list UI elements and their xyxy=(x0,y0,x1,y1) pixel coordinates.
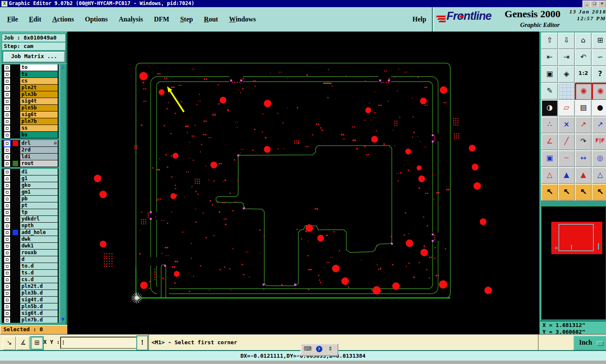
layer-name[interactable]: pln2t xyxy=(20,85,58,91)
layer-name[interactable]: cs.d xyxy=(20,276,58,283)
layer-checkbox-drl[interactable] xyxy=(4,141,10,146)
layer-display-2-button[interactable]: ◉ xyxy=(592,83,606,101)
layer-name[interactable]: bs xyxy=(20,132,58,138)
layer-row-pln7b[interactable]: pln7b xyxy=(2,118,58,125)
zoom-fit-button[interactable]: ▣ xyxy=(541,66,558,83)
rotate-tool-button[interactable]: ↷ xyxy=(575,133,592,150)
layer-row-pln2t.d[interactable]: pln2t.d xyxy=(2,283,58,290)
layer-row-tp[interactable]: tp xyxy=(2,209,58,216)
layer-name[interactable]: d1 xyxy=(20,169,58,175)
layer-row-sig4t[interactable]: sig4t xyxy=(2,98,58,105)
menu-item-help[interactable]: Help xyxy=(412,15,426,24)
help-tool-button[interactable]: ? xyxy=(592,66,606,83)
layer-row-g1[interactable]: g1 xyxy=(2,175,58,182)
layer-row-npth[interactable]: npth xyxy=(2,223,58,229)
pan-left-button[interactable]: ⇤ xyxy=(541,49,558,66)
scroll-down-icon[interactable]: ▼ xyxy=(61,317,65,322)
layer-row-pln3b[interactable]: pln3b xyxy=(2,91,58,98)
select-net-button[interactable]: ↖ xyxy=(592,184,606,201)
layer-checkbox-tp[interactable] xyxy=(4,210,10,215)
grid-snap-tool[interactable]: ⊞ xyxy=(30,336,44,350)
layer-row-pln2t[interactable]: pln2t xyxy=(2,85,58,91)
menu-item-rout[interactable]: Rout xyxy=(204,15,218,24)
layer-name[interactable]: rouxb xyxy=(20,250,58,256)
grid-toggle-button[interactable] xyxy=(558,83,575,100)
layer-checkbox-d[interactable] xyxy=(4,257,10,263)
layer-name[interactable]: pln5b.d xyxy=(20,303,58,310)
layer-list-scrollbar[interactable]: △ ▼ xyxy=(59,64,66,323)
layer-row-ldi[interactable]: ldi xyxy=(2,154,58,160)
layer-checkbox-d1[interactable] xyxy=(4,169,10,175)
layer-row-dwk1[interactable]: dwk1 xyxy=(2,243,58,250)
layer-name[interactable]: ts.d xyxy=(20,270,58,276)
layer-row-pln3b.d[interactable]: pln3b.d xyxy=(2,290,58,297)
surface-merge-button[interactable]: ◎ xyxy=(592,150,606,167)
layer-name[interactable]: dwk xyxy=(20,236,58,242)
layer-row-rouxb[interactable]: rouxb xyxy=(2,250,58,256)
layer-name[interactable]: tp xyxy=(20,209,58,215)
layer-name[interactable]: sig4t xyxy=(20,98,58,104)
menu-item-options[interactable]: Options xyxy=(85,15,108,24)
layer-name[interactable]: sig4t.d xyxy=(20,297,58,303)
layer-name[interactable]: sig6t.d xyxy=(20,310,58,316)
layer-name[interactable]: to xyxy=(20,64,58,71)
dimension-tool-button[interactable]: ↔ xyxy=(575,150,592,167)
layer-row-d[interactable]: d xyxy=(2,256,58,263)
scroll-up-icon[interactable]: △ xyxy=(61,64,65,69)
layer-checkbox-ts[interactable] xyxy=(4,72,10,77)
spinner-icon[interactable]: ⇕ xyxy=(325,345,335,353)
layer-checkbox-dwk[interactable] xyxy=(4,236,10,242)
layer-checkbox-ss[interactable] xyxy=(4,125,10,131)
delete-tool-button[interactable]: × xyxy=(558,117,575,133)
execute-button[interactable]: ! xyxy=(136,335,148,351)
overview-panel[interactable]: ✕ xyxy=(541,206,606,320)
mirror-tool-button[interactable]: F|F xyxy=(592,133,606,150)
layer-name[interactable]: g1 xyxy=(20,175,58,182)
line-draw-button[interactable]: ╱ xyxy=(558,133,575,150)
layer-checkbox-pln5b[interactable] xyxy=(4,105,10,111)
layer-checkbox-2rd[interactable] xyxy=(4,147,10,153)
layer-checkbox-sig4t[interactable] xyxy=(4,98,10,104)
reshape-clip-button[interactable]: ▲ xyxy=(575,167,592,184)
layer-name[interactable]: npth xyxy=(20,223,58,229)
setup-tools-button[interactable]: ✎ xyxy=(541,83,558,100)
profile-edit-button[interactable]: ▱ xyxy=(558,100,575,117)
layer-checkbox-rout[interactable] xyxy=(4,161,10,167)
menu-item-actions[interactable]: Actions xyxy=(52,15,74,24)
layer-checkbox-bs[interactable] xyxy=(4,132,10,138)
layer-name[interactable]: ydkdrl xyxy=(20,216,58,222)
window-xy-button[interactable]: ⊞ xyxy=(592,32,606,49)
layer-name[interactable]: ss xyxy=(20,125,58,131)
layer-checkbox-to.d[interactable] xyxy=(4,263,10,269)
layer-checkbox-ts.d[interactable] xyxy=(4,270,10,276)
job-matrix-button[interactable]: Job Matrix ... xyxy=(3,52,65,62)
layer-checkbox-cs.d[interactable] xyxy=(4,277,10,283)
home-view-button[interactable]: ⌂ xyxy=(575,32,592,49)
layer-row-sig6t.d[interactable]: sig6t.d xyxy=(2,310,58,317)
layer-name[interactable]: pln7b xyxy=(20,118,58,125)
layer-checkbox-gko[interactable] xyxy=(4,183,10,189)
layer-row-to.d[interactable]: to.d xyxy=(2,263,58,270)
layer-row-rout[interactable]: rout xyxy=(2,160,58,167)
layer-name[interactable]: pln5b xyxy=(20,105,58,111)
layer-name[interactable]: pln3b xyxy=(20,91,58,98)
zoom-center-button[interactable]: ◈ xyxy=(558,66,575,83)
reshape-contour-button[interactable]: △ xyxy=(541,167,558,184)
pcb-canvas[interactable] xyxy=(67,32,539,334)
menu-item-edit[interactable]: Edit xyxy=(29,15,41,24)
layer-checkbox-g1[interactable] xyxy=(4,176,10,182)
layer-name[interactable]: ts xyxy=(20,71,58,77)
units-dropdown[interactable]: Inch xyxy=(573,335,606,351)
layer-checkbox-pln3b.d[interactable] xyxy=(4,290,10,296)
layer-row-pb[interactable]: pb xyxy=(2,196,58,202)
layer-checkbox-pln7b[interactable] xyxy=(4,119,10,125)
help-icon[interactable]: ? xyxy=(314,345,324,353)
menu-item-file[interactable]: File xyxy=(7,15,18,24)
layer-row-to[interactable]: to xyxy=(2,64,58,71)
copy-to-layer-button[interactable]: ▣ xyxy=(541,150,558,167)
layer-name[interactable]: ldi xyxy=(20,154,58,160)
grow-symbol-button[interactable]: ↗ xyxy=(575,117,592,133)
layer-row-cs.d[interactable]: cs.d xyxy=(2,276,58,283)
layer-row-ts.d[interactable]: ts.d xyxy=(2,270,58,276)
layer-checkbox-pt[interactable] xyxy=(4,203,10,209)
